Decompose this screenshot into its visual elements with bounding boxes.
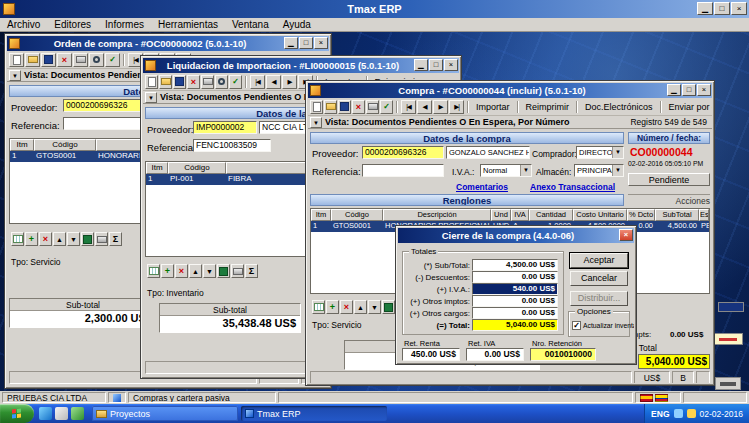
dialog-titlebar[interactable]: Cierre de la compra (4.4.0-06) × <box>398 228 634 243</box>
move-up-icon[interactable]: ▲ <box>53 232 66 246</box>
delete-row-icon[interactable]: × <box>340 300 353 314</box>
open-folder-icon[interactable] <box>159 75 172 89</box>
column-header[interactable]: Itm <box>146 162 168 174</box>
chevron-down-icon[interactable]: ▼ <box>612 165 623 176</box>
nav-next-icon[interactable]: ▶ <box>282 75 297 89</box>
chevron-down-icon[interactable]: ▼ <box>520 165 531 176</box>
cancelar-button[interactable]: Cancelar <box>570 271 628 286</box>
tray-volume-icon[interactable] <box>687 409 696 418</box>
print-icon[interactable] <box>73 53 88 67</box>
add-row-icon[interactable]: + <box>326 300 339 314</box>
orden-maximize-button[interactable]: □ <box>299 37 313 49</box>
tray-network-icon[interactable] <box>674 409 683 418</box>
search-icon[interactable] <box>89 53 104 67</box>
save-icon[interactable] <box>338 100 351 114</box>
menu-editores[interactable]: Editores <box>47 19 98 30</box>
delete-icon[interactable]: × <box>187 75 200 89</box>
print-grid-icon[interactable] <box>95 232 108 246</box>
actualizar-inventario-checkbox[interactable]: ✓ Actualizar inventario <box>572 321 628 330</box>
grid-icon[interactable] <box>147 264 160 278</box>
compra-doc-electronicos-button[interactable]: Doc.Electrónicos <box>581 102 657 112</box>
taskbar-item-proyectos[interactable]: Proyectos <box>92 406 238 421</box>
liq-titlebar[interactable]: Liquidacion de Importacion - #LI00000015… <box>143 58 459 73</box>
column-header[interactable]: % Dcto <box>627 209 655 221</box>
delete-row-icon[interactable]: × <box>175 264 188 278</box>
sum-icon[interactable]: Σ <box>245 264 258 278</box>
nav-prev-icon[interactable]: ◀ <box>417 100 432 114</box>
compra-proveedor-code-input[interactable]: 0000200696326 <box>362 146 444 159</box>
new-document-icon[interactable] <box>310 100 323 114</box>
save-icon[interactable] <box>173 75 186 89</box>
open-folder-icon[interactable] <box>324 100 337 114</box>
nav-last-icon[interactable]: ▶| <box>449 100 464 114</box>
column-header[interactable]: Esta <box>699 209 709 221</box>
compra-currency-cell[interactable]: US$ <box>634 371 670 383</box>
app-close-button[interactable]: × <box>731 2 747 15</box>
taskbar-item-tmax-erp[interactable]: Tmax ERP <box>241 406 387 421</box>
liq-proveedor-code-input[interactable]: IMP0000002 <box>193 121 257 134</box>
menu-archivo[interactable]: Archivo <box>0 19 47 30</box>
grid-icon[interactable] <box>312 300 325 314</box>
column-header[interactable]: Itm <box>10 139 34 151</box>
compra-maximize-button[interactable]: □ <box>682 84 696 96</box>
move-up-icon[interactable]: ▲ <box>189 264 202 278</box>
compra-titlebar[interactable]: Compra - #CO00000044 (incluir) (5.0.1-10… <box>308 83 712 98</box>
compra-anexo-transaccional-link[interactable]: Anexo Transaccional <box>530 182 615 192</box>
compra-referencia-input[interactable] <box>362 164 444 177</box>
column-header[interactable]: Descripción <box>383 209 491 221</box>
column-header[interactable]: Cantidad <box>529 209 573 221</box>
app-minimize-button[interactable]: ▁ <box>697 2 713 15</box>
excel-export-icon[interactable] <box>382 300 395 314</box>
column-header[interactable]: Código <box>34 139 96 151</box>
confirm-icon[interactable]: ✓ <box>105 53 120 67</box>
print-icon[interactable] <box>366 100 379 114</box>
dialog-close-button[interactable]: × <box>619 229 633 241</box>
add-row-icon[interactable]: + <box>25 232 38 246</box>
delete-icon[interactable]: × <box>352 100 365 114</box>
menu-herramientas[interactable]: Herramientas <box>151 19 225 30</box>
app-titlebar[interactable]: Tmax ERP ▁ □ × <box>0 0 749 18</box>
chevron-down-icon[interactable]: ▼ <box>310 117 322 128</box>
start-button[interactable] <box>0 404 34 423</box>
quick-launch-app-icon[interactable] <box>71 407 84 420</box>
nav-next-icon[interactable]: ▶ <box>433 100 448 114</box>
liq-minimize-button[interactable]: ▁ <box>414 59 428 71</box>
column-header[interactable]: Und <box>491 209 511 221</box>
liq-referencia-input[interactable]: FENC10083509 <box>193 139 271 152</box>
menu-ventana[interactable]: Ventana <box>225 19 276 30</box>
new-document-icon[interactable] <box>9 53 24 67</box>
nav-first-icon[interactable]: |◀ <box>250 75 265 89</box>
excel-export-icon[interactable] <box>81 232 94 246</box>
chevron-down-icon[interactable]: ▼ <box>9 70 21 81</box>
column-header[interactable]: Costo Unitario <box>573 209 627 221</box>
desktop-shortcut[interactable] <box>718 302 744 312</box>
compra-almacen-select[interactable]: PRINCIPAL▼ <box>574 164 624 177</box>
checkbox-checked-icon[interactable]: ✓ <box>572 321 581 330</box>
confirm-icon[interactable]: ✓ <box>229 75 242 89</box>
compra-b-cell[interactable]: B <box>672 371 694 383</box>
sum-icon[interactable]: Σ <box>109 232 122 246</box>
orden-titlebar[interactable]: Orden de compra - #OC00000002 (5.0.1-10)… <box>7 36 329 51</box>
aceptar-button[interactable]: Aceptar <box>570 253 628 268</box>
confirm-icon[interactable]: ✓ <box>380 100 393 114</box>
move-down-icon[interactable]: ▼ <box>67 232 80 246</box>
quick-launch-browser-icon[interactable] <box>39 407 52 420</box>
chevron-down-icon[interactable]: ▼ <box>145 92 157 103</box>
column-header[interactable]: SubTotal <box>655 209 699 221</box>
menu-ayuda[interactable]: Ayuda <box>276 19 318 30</box>
save-icon[interactable] <box>41 53 56 67</box>
delete-icon[interactable]: × <box>57 53 72 67</box>
compra-minimize-button[interactable]: ▁ <box>667 84 681 96</box>
nav-first-icon[interactable]: |◀ <box>401 100 416 114</box>
column-header[interactable]: Código <box>168 162 226 174</box>
move-down-icon[interactable]: ▼ <box>368 300 381 314</box>
move-up-icon[interactable]: ▲ <box>354 300 367 314</box>
column-header[interactable]: Código <box>331 209 383 221</box>
chevron-down-icon[interactable]: ▼ <box>612 147 623 158</box>
column-header[interactable]: IVA <box>511 209 529 221</box>
distribuir-button[interactable]: Distribuir... <box>570 291 628 306</box>
compra-importar-button[interactable]: Importar <box>472 102 514 112</box>
desktop-shortcut[interactable] <box>713 333 743 345</box>
excel-export-icon[interactable] <box>217 264 230 278</box>
compra-acciones-button[interactable]: Acciones <box>628 194 710 206</box>
